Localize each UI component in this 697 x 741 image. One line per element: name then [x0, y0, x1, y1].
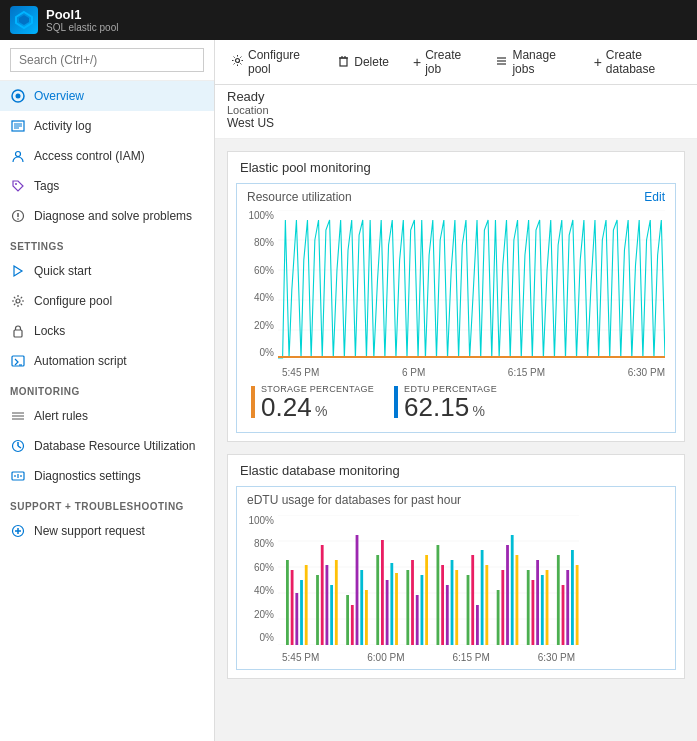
status-location: LocationWest US — [227, 104, 685, 130]
configure-pool-button[interactable]: Configure pool — [227, 46, 317, 78]
automation-script-icon — [10, 353, 26, 369]
sidebar-item-label: Diagnose and solve problems — [34, 209, 192, 223]
sidebar-item-diagnose[interactable]: Diagnose and solve problems — [0, 201, 214, 231]
resource-utilization-chart: Resource utilization Edit 100% 80% 60% 4… — [236, 183, 676, 433]
sidebar-item-activity-log[interactable]: Activity log — [0, 111, 214, 141]
line-chart-plot — [278, 210, 665, 360]
line-chart-area: 100% 80% 60% 40% 20% 0% — [243, 208, 669, 378]
access-control-icon — [10, 148, 26, 164]
bar-chart-area: 100% 80% 60% 40% 20% 0% — [243, 513, 669, 663]
delete-button[interactable]: Delete — [333, 52, 393, 72]
sidebar-item-label: Locks — [34, 324, 65, 338]
sidebar-item-db-resource-util[interactable]: Database Resource Utilization — [0, 431, 214, 461]
sidebar-item-access-control[interactable]: Access control (IAM) — [0, 141, 214, 171]
svg-rect-15 — [14, 330, 22, 337]
svg-point-9 — [15, 183, 17, 185]
app-icon — [10, 6, 38, 34]
sidebar: Overview Activity log Access control (IA… — [0, 40, 215, 741]
sidebar-item-diagnostics-settings[interactable]: Diagnostics settings — [0, 461, 214, 491]
header-subtitle: SQL elastic pool — [46, 22, 118, 33]
sidebar-item-tags[interactable]: Tags — [0, 171, 214, 201]
create-job-button[interactable]: + Create job — [409, 46, 475, 78]
configure-pool-icon — [10, 293, 26, 309]
status-ready: Ready — [227, 89, 685, 104]
edtu-stat-unit: % — [473, 403, 485, 419]
storage-stat-value: 0.24 — [261, 392, 312, 422]
search-box[interactable] — [0, 40, 214, 81]
manage-jobs-button[interactable]: Manage jobs — [491, 46, 573, 78]
overview-icon — [10, 88, 26, 104]
sidebar-item-overview[interactable]: Overview — [0, 81, 214, 111]
sidebar-item-label: Database Resource Utilization — [34, 439, 195, 453]
edtu-usage-chart: eDTU usage for databases for past hour 1… — [236, 486, 676, 670]
diagnostics-settings-icon — [10, 468, 26, 484]
sidebar-item-quick-start[interactable]: Quick start — [0, 256, 214, 286]
settings-section-label: SETTINGS — [0, 231, 214, 256]
sidebar-item-label: Configure pool — [34, 294, 112, 308]
search-input[interactable] — [10, 48, 204, 72]
quick-start-icon — [10, 263, 26, 279]
svg-point-3 — [16, 94, 21, 99]
edtu-bar-indicator — [394, 386, 398, 418]
trash-icon — [337, 54, 350, 70]
edtu-stat-value: 62.15 — [404, 392, 469, 422]
new-support-icon — [10, 523, 26, 539]
svg-point-8 — [16, 152, 21, 157]
toolbar: Configure pool Delete + Create job Manag… — [215, 40, 697, 85]
list-icon — [495, 54, 508, 70]
edtu-stat-value-row: 62.15 % — [404, 394, 497, 420]
sidebar-item-label: Diagnostics settings — [34, 469, 141, 483]
tags-icon — [10, 178, 26, 194]
delete-label: Delete — [354, 55, 389, 69]
sidebar-item-configure-pool[interactable]: Configure pool — [0, 286, 214, 316]
sidebar-item-label: Activity log — [34, 119, 91, 133]
gear-icon — [231, 54, 244, 70]
sidebar-item-label: Access control (IAM) — [34, 149, 145, 163]
svg-point-12 — [17, 218, 19, 220]
edtu-stat: EDTU PERCENTAGE 62.15 % — [394, 384, 497, 420]
main-content: Configure pool Delete + Create job Manag… — [215, 40, 697, 741]
storage-stat-value-row: 0.24 % — [261, 394, 374, 420]
elastic-pool-section-title: Elastic pool monitoring — [228, 152, 684, 183]
create-job-label: Create job — [425, 48, 471, 76]
manage-jobs-label: Manage jobs — [512, 48, 569, 76]
chart-subtitle: eDTU usage for databases for past hour — [243, 493, 669, 513]
diagnose-icon — [10, 208, 26, 224]
create-job-plus-icon: + — [413, 54, 421, 70]
x-labels: 5:45 PM 6 PM 6:15 PM 6:30 PM — [278, 365, 669, 378]
sidebar-item-label: Automation script — [34, 354, 127, 368]
chart-edit-button[interactable]: Edit — [644, 190, 665, 204]
support-section-label: SUPPORT + TROUBLESHOOTING — [0, 491, 214, 516]
sidebar-item-label: Tags — [34, 179, 59, 193]
monitoring-section-label: MONITORING — [0, 376, 214, 401]
sidebar-item-new-support[interactable]: New support request — [0, 516, 214, 546]
sidebar-item-label: Alert rules — [34, 409, 88, 423]
storage-stat-unit: % — [315, 403, 327, 419]
create-database-button[interactable]: + Create database — [590, 46, 685, 78]
sidebar-item-locks[interactable]: Locks — [0, 316, 214, 346]
y-labels: 100% 80% 60% 40% 20% 0% — [243, 208, 278, 358]
chart-title: Resource utilization — [247, 190, 352, 204]
svg-marker-13 — [14, 266, 22, 276]
main-layout: Overview Activity log Access control (IA… — [0, 40, 697, 741]
storage-bar-indicator — [251, 386, 255, 418]
sidebar-item-label: Overview — [34, 89, 84, 103]
status-section: Ready LocationWest US — [215, 85, 697, 139]
activity-log-icon — [10, 118, 26, 134]
edtu-stat-content: EDTU PERCENTAGE 62.15 % — [404, 384, 497, 420]
elastic-pool-monitoring-section: Elastic pool monitoring Resource utiliza… — [227, 151, 685, 442]
configure-pool-label: Configure pool — [248, 48, 313, 76]
chart-title-row: Resource utilization Edit — [243, 190, 669, 208]
top-header: Pool1 SQL elastic pool — [0, 0, 697, 40]
sidebar-item-label: New support request — [34, 524, 145, 538]
elastic-db-monitoring-section: Elastic database monitoring eDTU usage f… — [227, 454, 685, 679]
bar-chart-plot: CONTOSOC... BLUEOAKJAZ... DOGWOOD... — [278, 515, 579, 645]
sidebar-item-automation-script[interactable]: Automation script — [0, 346, 214, 376]
storage-stat-content: STORAGE PERCENTAGE 0.24 % — [261, 384, 374, 420]
svg-rect-30 — [340, 58, 347, 66]
stats-row: STORAGE PERCENTAGE 0.24 % EDTU PERCENTAG… — [243, 378, 669, 426]
svg-point-14 — [16, 299, 20, 303]
svg-point-29 — [236, 59, 240, 63]
sidebar-item-alert-rules[interactable]: Alert rules — [0, 401, 214, 431]
content-area: Elastic pool monitoring Resource utiliza… — [215, 139, 697, 691]
